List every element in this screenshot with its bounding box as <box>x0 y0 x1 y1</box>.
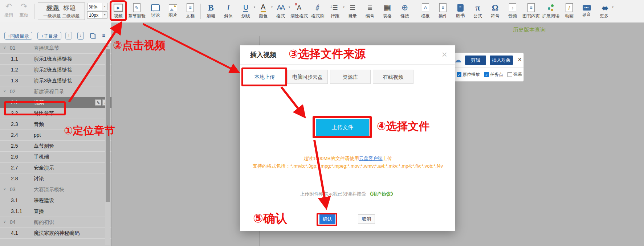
tab-本地上传[interactable]: 本地上传 <box>244 70 285 84</box>
move-down-button[interactable]: ↓ <box>77 32 84 40</box>
toolbar-button-recording[interactable]: •••录音 <box>578 1 595 21</box>
toolbar-button-clear-format[interactable]: A清除格式 <box>289 1 309 21</box>
chevron-down-icon[interactable]: ▾ <box>102 3 107 10</box>
size-hint: 超过1000MB的文件请使用云盘客户端上传 <box>240 155 455 162</box>
heading2-button[interactable]: 标题 <box>63 4 76 11</box>
sidebar-scrollbar[interactable]: ▴ <box>105 44 110 245</box>
option-任务点[interactable]: ✓任务点 <box>484 71 503 78</box>
toolbar-button-discussion[interactable]: 讨论 <box>147 1 164 21</box>
checkbox-icon[interactable]: ✓ <box>457 72 461 77</box>
tree-row[interactable]: 4.1魔法家族的神秘编码 <box>0 228 111 239</box>
edit-chapter-button[interactable]: ✎ <box>95 99 101 106</box>
tree-row[interactable]: 1.1演示1班直播链接 <box>0 54 111 65</box>
toolbar-button-book[interactable]: =图书 <box>452 1 469 21</box>
toolbar-button-video[interactable]: ▶视频 <box>110 1 127 21</box>
tree-row[interactable]: 1.3演示3班直播链接 <box>0 75 111 86</box>
chevron-down-icon[interactable]: ▾ <box>102 12 107 18</box>
tree-row[interactable]: 2.2对比章节 <box>0 108 111 119</box>
toolbar-button-italic[interactable]: I斜体 <box>220 1 237 21</box>
redo-button[interactable]: ↷ 重做 <box>17 2 31 18</box>
toolbar-button-format[interactable]: AA格式▾ <box>272 1 289 21</box>
tree-row[interactable]: 2.7安全演示 <box>0 163 111 173</box>
close-icon[interactable]: × <box>442 49 447 60</box>
option-弹幕[interactable]: 弹幕 <box>508 71 522 78</box>
option-原位播放[interactable]: ✓原位播放 <box>457 71 480 78</box>
insert-object-button[interactable]: 插入对象 <box>490 56 513 65</box>
toolbar-button-format-painter[interactable]: ✐格式刷 <box>309 1 326 21</box>
add-child-section-button[interactable]: +子目录 <box>37 32 61 40</box>
import-section-button[interactable]: ≡ <box>100 32 107 40</box>
font-family-select[interactable]: 宋体 ▾ <box>87 3 107 10</box>
toolbar-button-bold[interactable]: B加粗 <box>202 1 220 21</box>
tab-电脑同步云盘[interactable]: 电脑同步云盘 <box>287 70 328 84</box>
cancel-button[interactable]: 取消 <box>358 214 375 224</box>
move-up-button[interactable]: ↑ <box>65 32 72 40</box>
format-icon: AA <box>276 3 285 12</box>
checkbox-icon[interactable] <box>508 72 512 77</box>
toolbar-button-link[interactable]: ⊕链接 <box>396 1 413 21</box>
toolbar-button-toc[interactable]: ☰目录 <box>344 1 361 21</box>
toolbar-button-plugin[interactable]: ≡插件 <box>434 1 452 21</box>
heading2-label: 二级标题 <box>62 13 80 19</box>
tree-row[interactable]: 2.5章节测验 <box>0 141 111 152</box>
color-icon: A <box>258 3 268 12</box>
chevron-down-icon[interactable]: ∨ <box>3 187 6 191</box>
toolbar-button-animation[interactable]: f动画 <box>561 1 578 21</box>
toolbar-button-book-pages[interactable]: ≡图书内页 <box>521 1 541 21</box>
toolbar-button-extended-reading[interactable]: 扩展阅读 <box>541 1 561 21</box>
scroll-up-icon[interactable]: ▴ <box>105 44 110 49</box>
chevron-down-icon[interactable]: ∨ <box>3 45 6 49</box>
tab-资源库[interactable]: 资源库 <box>330 70 371 84</box>
mic-doc-icon: ♪ <box>509 3 516 12</box>
template-icon: A <box>422 3 429 12</box>
tree-row[interactable]: 2.3音频 <box>0 119 111 130</box>
toolbar-button-audio[interactable]: ♪音频 <box>504 1 521 21</box>
cloud-client-link[interactable]: 云盘客户端 <box>359 156 383 161</box>
toolbar-button-symbol[interactable]: Ω符号 <box>486 1 504 21</box>
scrollbar-thumb[interactable] <box>106 49 110 202</box>
clip-video-button[interactable]: 剪辑 <box>465 56 486 65</box>
tree-row[interactable]: ∨04酶的初识 <box>0 217 111 228</box>
undo-button[interactable]: ↶ 撤销 <box>1 2 16 18</box>
copy-section-button[interactable] <box>89 32 97 40</box>
close-icon[interactable]: × <box>518 56 522 63</box>
toolbar-button-color[interactable]: A颜色▾ <box>254 1 272 21</box>
toolbar-button-underline[interactable]: U划线▾ <box>237 1 254 21</box>
chevron-down-icon[interactable]: ∨ <box>3 89 6 93</box>
toolbar-button-template[interactable]: A模板 <box>417 1 434 21</box>
toolbar-button-chapter-quiz[interactable]: ✎章节测验 <box>127 1 147 21</box>
tree-row-label: 课程建设 <box>34 197 54 204</box>
toolbar-button-document[interactable]: ≡文档 <box>182 1 199 21</box>
tree-row-number: 2.4 <box>11 132 18 138</box>
tree-row[interactable]: 2.8讨论 <box>0 173 111 184</box>
size-hint-suffix: 上传 <box>383 156 392 161</box>
tab-在线视频[interactable]: 在线视频 <box>373 70 413 84</box>
upload-file-button[interactable]: 上传文件 <box>316 119 369 136</box>
font-size-select[interactable]: 10px ▾ <box>87 11 107 19</box>
add-sibling-section-button[interactable]: +同级目录 <box>4 32 32 40</box>
heading-style-picker[interactable]: 标题标题 一级标题二级标题 <box>38 3 85 20</box>
tree-row[interactable]: 1.2演示2班直播链接 <box>0 65 111 75</box>
heading1-button[interactable]: 标题 <box>46 4 60 11</box>
confirm-button[interactable]: 确认 <box>319 214 335 224</box>
toolbar-button-line-spacing[interactable]: ☰行距▾ <box>326 1 344 21</box>
toolbar-button-formula[interactable]: π公式 <box>469 1 486 21</box>
chevron-down-icon[interactable]: ∨ <box>3 220 6 224</box>
toolbar-button-more[interactable]: ◆◆更多▾ <box>595 1 613 21</box>
tree-row[interactable]: ∨03大赛演示模块 <box>0 184 111 195</box>
tree-row-number: 2.2 <box>11 110 18 116</box>
tree-row[interactable]: 2.6手机端 <box>0 152 111 163</box>
toolbar-button-numbering[interactable]: ≣编号 <box>361 1 379 21</box>
checkbox-icon[interactable]: ✓ <box>484 72 489 77</box>
tree-row[interactable]: 2.4ppt <box>0 130 111 141</box>
user-agreement-link[interactable]: 《用户协议》 <box>367 191 396 197</box>
tree-row[interactable]: 3.1.1直播 <box>0 206 111 217</box>
tree-row[interactable]: 3.1课程建设 <box>0 195 111 206</box>
tree-row[interactable]: 2.1视频✎× <box>0 97 111 108</box>
toolbar-button-table[interactable]: ▦表格 <box>379 1 396 21</box>
size-hint-prefix: 超过1000MB的文件请使用 <box>303 156 359 161</box>
tree-row[interactable]: ∨01直播课章节 <box>0 43 111 54</box>
tree-row[interactable]: ∨02新建课程目录 <box>0 86 111 97</box>
toolbar-button-image[interactable]: 图片 <box>164 1 182 21</box>
history-versions-link[interactable]: 历史版本查询 <box>513 26 546 33</box>
